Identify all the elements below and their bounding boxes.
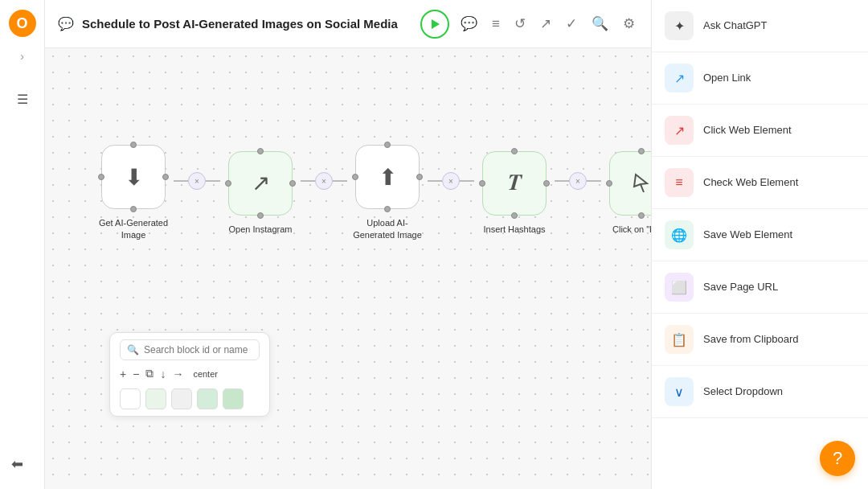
share-icon[interactable]: ↗ — [537, 12, 555, 35]
swatch-light-green[interactable] — [145, 388, 166, 409]
node-label-get-image: Get AI-Generated Image — [93, 217, 174, 242]
node-box-click-post[interactable] — [609, 151, 651, 216]
panel-item-save-web-element[interactable]: 🌐 Save Web Element — [652, 209, 868, 261]
node-insert-hashtags[interactable]: 𝑻 Insert Hashtags — [474, 151, 555, 236]
panel-label-ask-chatgpt: Ask ChatGPT — [703, 19, 767, 33]
node-label-open-instagram: Open Instagram — [220, 224, 301, 236]
connector-4: × — [555, 172, 601, 190]
conn-line — [587, 180, 601, 182]
search-icon[interactable]: 🔍 — [588, 12, 612, 35]
icon-toolbar-row: + − ⧉ ↓ → center — [120, 367, 260, 380]
check-icon[interactable]: ✓ — [563, 12, 580, 35]
dot-bottom — [130, 206, 137, 212]
node-open-instagram[interactable]: ↗ Open Instagram — [220, 151, 301, 236]
node-box-insert-hashtags[interactable]: 𝑻 — [482, 151, 547, 216]
copy-icon[interactable]: ⧉ — [145, 367, 154, 380]
check-web-icon: ≡ — [665, 168, 694, 197]
workflow-container: ⬇ Get AI-Generated Image × ↗ Open Instag… — [93, 145, 651, 242]
node-label-insert-hashtags: Insert Hashtags — [474, 224, 555, 236]
canvas-area: ⬇ Get AI-Generated Image × ↗ Open Instag… — [45, 48, 651, 489]
select-icon: ∨ — [665, 377, 694, 406]
dot-left — [225, 180, 231, 187]
node-upload-image[interactable]: ⬆ Upload AI-Generated Image — [347, 145, 428, 242]
panel-item-select-dropdown[interactable]: ∨ Select Dropdown — [652, 366, 868, 418]
dot-bottom — [257, 212, 264, 219]
node-get-image[interactable]: ⬇ Get AI-Generated Image — [93, 145, 174, 242]
arrow-down-icon[interactable]: ↓ — [160, 368, 166, 380]
title-area: 💬 Schedule to Post AI-Generated Images o… — [58, 16, 411, 31]
logo-button[interactable]: O — [9, 10, 36, 37]
connector-x-4[interactable]: × — [569, 172, 587, 190]
comment-icon[interactable]: 💬 — [457, 12, 481, 35]
dot-top — [384, 142, 391, 148]
settings-icon[interactable]: ⚙ — [620, 12, 638, 35]
swatch-green2[interactable] — [197, 388, 218, 409]
connector-x-3[interactable]: × — [442, 172, 460, 190]
document-icon: 💬 — [58, 16, 74, 31]
swatch-green3[interactable] — [223, 388, 244, 409]
conn-line — [206, 180, 220, 182]
left-sidebar: O › ☰ ⬅ — [0, 0, 45, 489]
click-web-icon: ↗ — [665, 116, 694, 145]
save-clipboard-icon: 📋 — [665, 325, 694, 354]
save-page-icon: ⬜ — [665, 273, 694, 302]
top-bar-actions: 💬 ≡ ↺ ↗ ✓ 🔍 ⚙ — [420, 10, 638, 39]
node-label-click-post: Click on "Post" — [601, 224, 651, 236]
panel-item-ask-chatgpt[interactable]: ✦ Ask ChatGPT — [652, 0, 868, 52]
node-label-upload-image: Upload AI-Generated Image — [347, 217, 428, 242]
dot-bottom — [511, 212, 518, 219]
search-icon: 🔍 — [127, 344, 139, 355]
dot-right — [416, 174, 423, 180]
search-box[interactable]: 🔍 — [120, 339, 260, 360]
remove-icon[interactable]: − — [133, 368, 139, 380]
right-panel: ✦ Ask ChatGPT ↗ Open Link ↗ Click Web El… — [651, 0, 868, 489]
node-box-open-instagram[interactable]: ↗ — [228, 151, 293, 216]
panel-item-click-web-element[interactable]: ↗ Click Web Element — [652, 105, 868, 157]
svg-marker-0 — [432, 19, 440, 29]
connector-1: × — [174, 172, 220, 190]
dot-right — [162, 174, 169, 180]
node-box-get-image[interactable]: ⬇ — [101, 145, 166, 209]
exit-icon[interactable]: ⬅ — [11, 455, 23, 473]
conn-line — [333, 180, 347, 182]
add-icon[interactable]: + — [120, 368, 126, 380]
list-icon[interactable]: ≡ — [489, 13, 503, 35]
panel-item-save-from-clipboard[interactable]: 📋 Save from Clipboard — [652, 314, 868, 366]
conn-line — [301, 180, 315, 182]
connector-x-2[interactable]: × — [315, 172, 333, 190]
panel-item-save-page-url[interactable]: ⬜ Save Page URL — [652, 261, 868, 314]
connector-x-1[interactable]: × — [188, 172, 206, 190]
conn-line — [428, 180, 442, 182]
mini-toolbar: 🔍 + − ⧉ ↓ → center — [109, 332, 270, 417]
node-click-post[interactable]: Click on "Post" — [601, 151, 651, 236]
panel-item-open-link[interactable]: ↗ Open Link — [652, 52, 868, 105]
dot-top — [130, 142, 137, 148]
panel-label-save-web-element: Save Web Element — [703, 228, 792, 242]
history-icon[interactable]: ↺ — [511, 12, 529, 35]
node-box-upload-image[interactable]: ⬆ — [355, 145, 420, 209]
collapse-sidebar-icon[interactable]: › — [20, 50, 24, 63]
dot-bottom — [384, 206, 391, 212]
page-title: Schedule to Post AI-Generated Images on … — [82, 17, 398, 31]
top-bar: 💬 Schedule to Post AI-Generated Images o… — [45, 0, 651, 48]
center-label[interactable]: center — [193, 369, 218, 379]
panel-label-save-page-url: Save Page URL — [703, 281, 778, 294]
panel-label-click-web-element: Click Web Element — [703, 124, 792, 138]
swatch-white[interactable] — [120, 388, 141, 409]
conn-line — [555, 180, 569, 182]
menu-icon[interactable]: ☰ — [17, 92, 28, 107]
run-button[interactable] — [420, 10, 449, 39]
panel-label-save-from-clipboard: Save from Clipboard — [703, 333, 799, 347]
dot-bottom — [638, 212, 645, 219]
dot-left — [98, 174, 104, 180]
dot-left — [606, 180, 612, 187]
dot-top — [638, 148, 645, 154]
fab-button[interactable]: ? — [820, 441, 855, 476]
search-input[interactable] — [144, 344, 252, 355]
dot-left — [479, 180, 485, 187]
dot-top — [257, 148, 264, 154]
swatch-gray[interactable] — [171, 388, 192, 409]
arrow-right-icon[interactable]: → — [172, 368, 183, 380]
conn-line — [460, 180, 474, 182]
panel-item-check-web-element[interactable]: ≡ Check Web Element — [652, 157, 868, 209]
